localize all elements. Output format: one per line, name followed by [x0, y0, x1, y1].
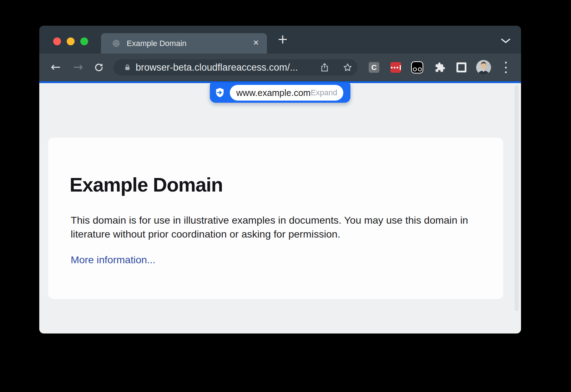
globe-favicon-icon: [112, 39, 121, 48]
window-close-button[interactable]: [53, 37, 61, 45]
browser-tab[interactable]: Example Domain ✕: [101, 33, 267, 54]
profile-avatar[interactable]: [476, 60, 491, 75]
browser-window: Example Domain ✕ + ← →: [39, 26, 521, 334]
extensions-puzzle-icon[interactable]: [435, 62, 445, 73]
expand-button[interactable]: Expand: [310, 88, 337, 97]
isolated-domain-text: www.example.com: [236, 88, 310, 98]
more-information-link[interactable]: More information...: [71, 254, 156, 266]
extension-password-manager-icon[interactable]: [390, 62, 401, 73]
bookmark-star-icon[interactable]: [343, 62, 353, 72]
tab-title: Example Domain: [127, 39, 187, 48]
side-panel-icon[interactable]: [456, 62, 466, 72]
content-card: Example Domain This domain is for use in…: [48, 138, 503, 299]
page-viewport: www.example.com Expand Example Domain Th…: [39, 83, 521, 334]
page-title: Example Domain: [70, 173, 223, 196]
new-tab-button[interactable]: +: [275, 32, 290, 47]
reload-icon[interactable]: [94, 62, 104, 73]
scrollbar-thumb[interactable]: [515, 85, 519, 311]
tab-close-icon[interactable]: ✕: [253, 39, 259, 47]
isolation-domain-pill[interactable]: www.example.com Expand: [210, 82, 350, 103]
lock-icon[interactable]: [123, 63, 131, 72]
url-text[interactable]: browser-beta.cloudflareaccess.com/...: [136, 62, 298, 73]
tab-search-chevron-icon[interactable]: [500, 38, 511, 44]
share-icon[interactable]: [320, 62, 329, 72]
browser-menu-icon[interactable]: [505, 62, 507, 73]
tab-strip: Example Domain ✕ +: [39, 26, 521, 54]
page-paragraph: This domain is for use in illustrative e…: [71, 213, 485, 241]
shield-icon: [214, 87, 225, 98]
forward-icon[interactable]: →: [73, 61, 83, 73]
address-bar[interactable]: browser-beta.cloudflareaccess.com/...: [113, 59, 358, 76]
isolation-domain-field[interactable]: www.example.com Expand: [230, 85, 343, 101]
browser-toolbar: ← → browser-beta.cloudflareaccess.com/..…: [39, 54, 521, 81]
extension-c-icon[interactable]: C: [369, 62, 379, 73]
window-maximize-button[interactable]: [80, 37, 88, 45]
screen: Example Domain ✕ + ← →: [0, 0, 571, 392]
back-icon[interactable]: ←: [51, 61, 61, 73]
window-minimize-button[interactable]: [67, 37, 75, 45]
extension-black-goggles-icon[interactable]: [411, 61, 423, 73]
